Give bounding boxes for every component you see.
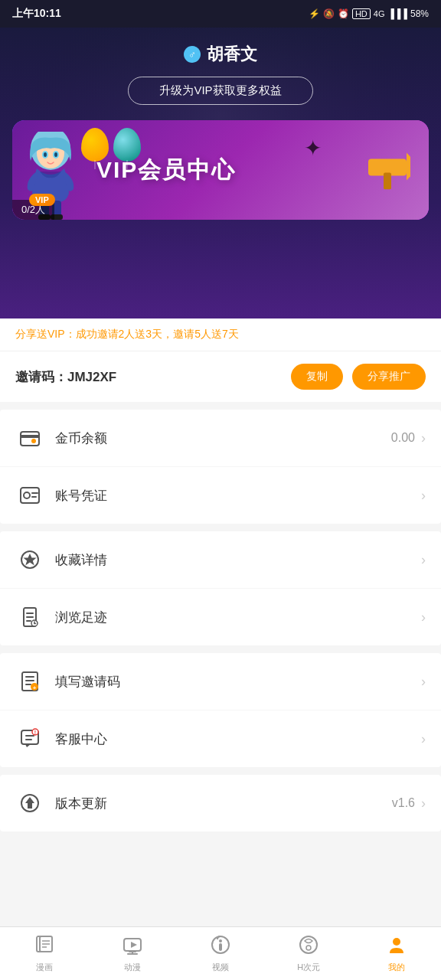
menu-section-version: 版本更新 v1.6 › [0, 775, 441, 831]
svg-point-57 [393, 938, 400, 946]
version-update-icon [15, 789, 44, 818]
anime-nav-icon [122, 935, 142, 959]
copy-button[interactable]: 复制 [291, 364, 343, 390]
arrow-icon-service: › [421, 731, 426, 747]
manga-nav-label: 漫画 [36, 962, 53, 973]
fill-invite-label: 填写邀请码 [55, 673, 421, 691]
gold-balance-value: 0.00 [391, 431, 415, 445]
customer-service-label: 客服中心 [55, 730, 421, 748]
browse-history-icon [15, 603, 44, 632]
svg-rect-14 [21, 435, 39, 438]
svg-point-53 [219, 939, 222, 942]
nav-item-h-zone[interactable]: H次元 [265, 927, 353, 980]
anime-nav-label: 动漫 [124, 962, 141, 973]
profile-header: ♂ 胡香文 升级为VIP获取更多权益 ✦ [0, 28, 441, 318]
share-button[interactable]: 分享推广 [352, 364, 426, 390]
arrow-icon-invite: › [421, 674, 426, 690]
share-promo: 分享送VIP：成功邀请2人送3天，邀请5人送7天 [0, 318, 441, 351]
credential-icon [15, 481, 44, 510]
svg-text:+: + [33, 684, 37, 691]
svg-rect-49 [129, 951, 136, 952]
gold-icon [15, 423, 44, 452]
menu-item-favorites[interactable]: 收藏详情 › [0, 531, 441, 589]
status-bar: 上午10:11 ⚡ 🔕 ⏰ HD 4G ▐▐▐ 58% [0, 0, 441, 28]
svg-marker-48 [131, 942, 137, 948]
svg-point-15 [31, 439, 36, 443]
menu-section-support: + 填写邀请码 › ! 客服中心 › [0, 653, 441, 767]
svg-marker-41 [25, 797, 34, 808]
nav-item-anime[interactable]: 动漫 [88, 927, 176, 980]
network-icon: 4G [374, 9, 385, 18]
video-nav-label: 视频 [212, 962, 229, 973]
status-icons: ⚡ 🔕 ⏰ HD 4G ▐▐▐ 58% [309, 8, 429, 19]
arrow-icon-version: › [421, 795, 426, 812]
vip-banner[interactable]: ✦ [12, 120, 429, 220]
browse-history-label: 浏览足迹 [55, 609, 421, 626]
h-zone-nav-label: H次元 [297, 962, 320, 973]
share-promo-text: 分享送VIP：成功邀请2人送3天，邀请5人送7天 [15, 328, 239, 340]
svg-marker-21 [24, 554, 37, 566]
version-value: v1.6 [392, 796, 415, 810]
menu-item-version-update[interactable]: 版本更新 v1.6 › [0, 775, 441, 831]
arrow-icon-credential: › [421, 488, 426, 504]
mine-nav-label: 我的 [388, 962, 405, 973]
svg-point-56 [306, 946, 311, 950]
customer-service-icon: ! [15, 724, 44, 753]
menu-section-favorites: 收藏详情 › 浏览足迹 › [0, 531, 441, 645]
menu-item-account-credential[interactable]: 账号凭证 › [0, 467, 441, 524]
vip-banner-title: VIP会员中心 [96, 155, 236, 186]
favorites-icon [15, 545, 44, 574]
menu-section-account: 金币余额 0.00 › 账号凭证 › [0, 410, 441, 524]
bottom-nav: 漫画 动漫 视频 [0, 926, 441, 980]
gold-balance-label: 金币余额 [55, 430, 391, 447]
fill-invite-icon: + [15, 667, 44, 696]
svg-point-5 [54, 152, 57, 157]
account-credential-label: 账号凭证 [55, 487, 415, 505]
mute-icon: 🔕 [323, 8, 335, 19]
menu-item-fill-invite[interactable]: + 填写邀请码 › [0, 653, 441, 710]
content-wrapper: ♂ 胡香文 升级为VIP获取更多权益 ✦ [0, 28, 441, 897]
video-nav-icon [211, 935, 230, 959]
alarm-icon: ⏰ [338, 8, 349, 19]
version-update-label: 版本更新 [55, 795, 392, 812]
menu-item-browse-history[interactable]: 浏览足迹 › [0, 589, 441, 645]
favorites-label: 收藏详情 [55, 551, 421, 569]
menu-item-gold-balance[interactable]: 金币余额 0.00 › [0, 410, 441, 467]
svg-rect-13 [21, 432, 39, 446]
signal-icon: ▐▐▐ [387, 8, 407, 19]
h-zone-nav-icon [299, 935, 318, 959]
invite-code-label: 邀请码：JMJ2XF [15, 368, 282, 386]
svg-point-4 [44, 152, 47, 157]
status-time: 上午10:11 [12, 7, 61, 21]
svg-marker-11 [407, 153, 410, 181]
invite-row: 邀请码：JMJ2XF 复制 分享推广 [0, 351, 441, 402]
svg-text:!: ! [34, 730, 36, 735]
arrow-icon-favorites: › [421, 552, 426, 568]
bluetooth-icon: ⚡ [309, 8, 320, 19]
nav-item-mine[interactable]: 我的 [353, 927, 441, 980]
svg-rect-51 [127, 953, 138, 955]
arrow-icon-gold: › [421, 430, 426, 446]
hd-badge: HD [352, 8, 371, 19]
battery-icon: 58% [410, 8, 429, 19]
vip-badge: VIP [29, 194, 55, 206]
vip-arrow-sign [364, 144, 410, 197]
menu-item-customer-service[interactable]: ! 客服中心 › [0, 710, 441, 767]
arrow-icon-browse: › [421, 609, 426, 626]
nav-item-manga[interactable]: 漫画 [0, 927, 88, 980]
svg-point-17 [24, 492, 30, 498]
mine-nav-icon [387, 935, 407, 959]
manga-nav-icon [34, 935, 54, 959]
svg-rect-54 [219, 943, 222, 951]
svg-rect-12 [384, 173, 391, 190]
star-decoration: ✦ [304, 136, 322, 161]
nav-item-video[interactable]: 视频 [176, 927, 264, 980]
